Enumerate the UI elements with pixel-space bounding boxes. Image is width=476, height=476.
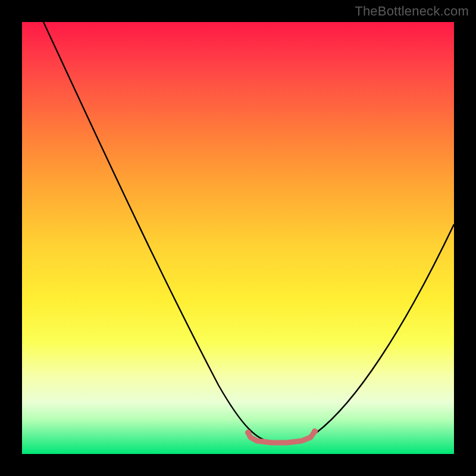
optimal-zone-start-dot — [245, 430, 251, 436]
plot-area — [22, 22, 454, 454]
watermark-text: TheBottleneck.com — [355, 4, 469, 19]
chart-svg — [22, 22, 454, 454]
bottleneck-curve-path — [43, 22, 454, 443]
optimal-zone-end-dot — [312, 428, 318, 434]
outer-frame: TheBottleneck.com — [0, 0, 476, 476]
